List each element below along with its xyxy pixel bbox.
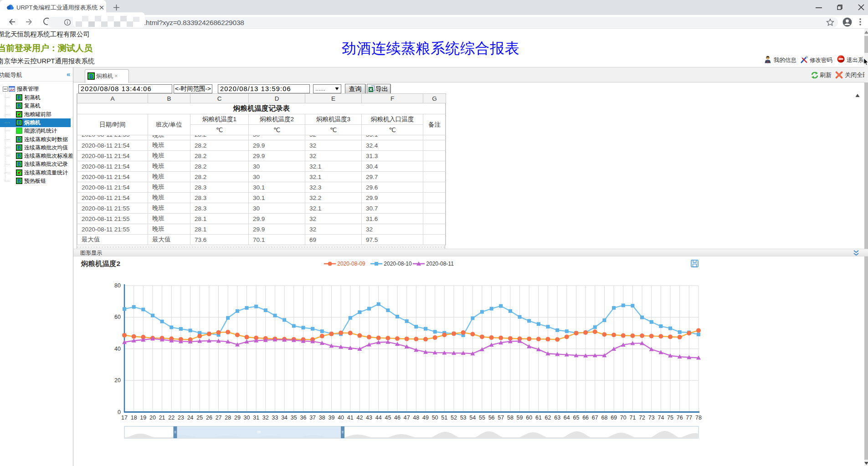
svg-text:27: 27	[216, 415, 222, 421]
svg-text:21: 21	[159, 415, 165, 421]
svg-text:20: 20	[114, 377, 121, 384]
svg-text:55: 55	[479, 415, 485, 421]
svg-text:68: 68	[601, 415, 607, 421]
svg-text:46: 46	[394, 415, 401, 421]
svg-text:B: B	[17, 95, 21, 100]
svg-text:75: 75	[667, 415, 673, 421]
svg-text:40: 40	[338, 415, 344, 421]
svg-text:72: 72	[639, 415, 645, 421]
svg-text:66: 66	[582, 415, 589, 421]
svg-text:B: B	[17, 178, 21, 184]
svg-text:32: 32	[262, 415, 269, 421]
svg-text:69: 69	[611, 415, 617, 421]
svg-text:31: 31	[253, 415, 259, 421]
svg-text:80: 80	[114, 282, 121, 289]
svg-text:64: 64	[564, 415, 570, 421]
svg-text:58: 58	[507, 415, 514, 421]
svg-text:38: 38	[319, 415, 325, 421]
svg-text:56: 56	[488, 415, 495, 421]
svg-text:51: 51	[441, 415, 447, 421]
svg-text:57: 57	[498, 415, 504, 421]
svg-text:36: 36	[300, 415, 307, 421]
svg-text:61: 61	[535, 415, 542, 421]
svg-text:43: 43	[366, 415, 372, 421]
svg-text:40: 40	[114, 346, 121, 352]
svg-text:B: B	[17, 153, 21, 159]
svg-text:0: 0	[118, 409, 121, 415]
svg-text:42: 42	[356, 415, 363, 421]
svg-text:73: 73	[648, 415, 655, 421]
svg-text:44: 44	[375, 415, 382, 421]
svg-text:78: 78	[695, 415, 702, 421]
svg-text:23: 23	[178, 415, 184, 421]
svg-text:37: 37	[309, 415, 316, 421]
svg-text:19: 19	[140, 415, 146, 421]
svg-text:48: 48	[413, 415, 419, 421]
svg-text:41: 41	[347, 415, 354, 421]
svg-text:62: 62	[545, 415, 551, 421]
svg-text:63: 63	[554, 415, 560, 421]
svg-text:47: 47	[404, 415, 410, 421]
svg-text:74: 74	[657, 415, 664, 421]
svg-text:60: 60	[526, 415, 532, 421]
svg-text:B: B	[17, 120, 21, 125]
svg-text:33: 33	[272, 415, 278, 421]
svg-text:R: R	[17, 137, 21, 142]
svg-text:35: 35	[291, 415, 297, 421]
svg-text:28: 28	[225, 415, 231, 421]
svg-text:53: 53	[460, 415, 467, 421]
svg-text:30: 30	[244, 415, 250, 421]
svg-text:29: 29	[234, 415, 241, 421]
svg-text:65: 65	[573, 415, 580, 421]
svg-text:22: 22	[168, 415, 175, 421]
svg-text:70: 70	[620, 415, 627, 421]
svg-text:45: 45	[385, 415, 391, 421]
svg-text:25: 25	[196, 415, 203, 421]
svg-text:B: B	[17, 103, 21, 108]
svg-text:B: B	[17, 161, 21, 167]
svg-text:67: 67	[592, 415, 598, 421]
svg-text:18: 18	[131, 415, 137, 421]
svg-text:77: 77	[686, 415, 692, 421]
svg-text:20: 20	[149, 415, 156, 421]
svg-text:24: 24	[187, 415, 194, 421]
svg-text:17: 17	[121, 415, 128, 421]
svg-text:60: 60	[114, 314, 121, 320]
svg-text:54: 54	[469, 415, 476, 421]
svg-text:B: B	[89, 73, 93, 80]
svg-text:50: 50	[432, 415, 438, 421]
svg-text:B: B	[17, 145, 21, 150]
svg-text:52: 52	[451, 415, 457, 421]
svg-text:49: 49	[422, 415, 429, 421]
svg-text:39: 39	[328, 415, 334, 421]
svg-text:34: 34	[281, 415, 288, 421]
svg-text:76: 76	[677, 415, 683, 421]
svg-text:71: 71	[629, 415, 636, 421]
svg-text:59: 59	[517, 415, 523, 421]
svg-text:26: 26	[206, 415, 212, 421]
